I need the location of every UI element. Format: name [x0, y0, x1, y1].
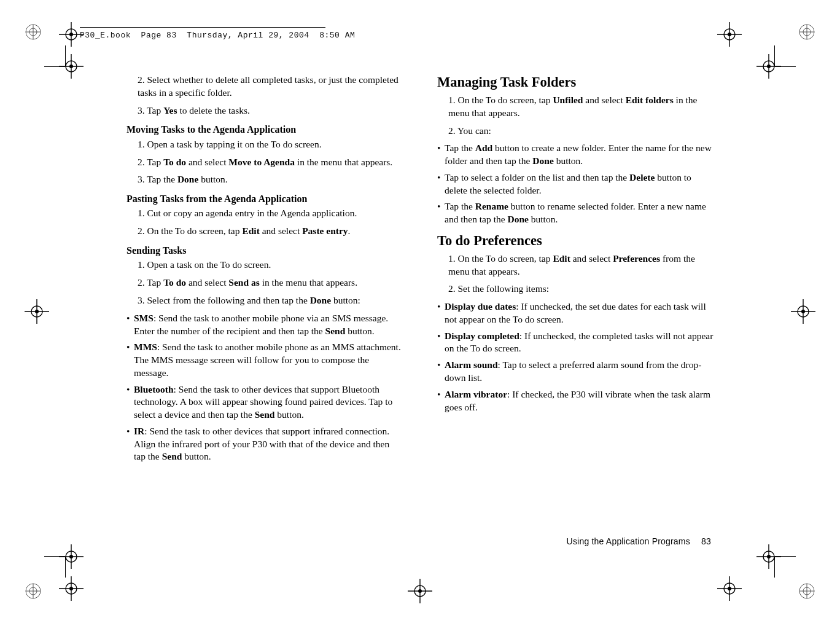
inline-bold: Display due dates: [445, 301, 516, 312]
body-text: Tap to select a folder on the list and t…: [445, 172, 629, 182]
registration-rosette-icon: [798, 23, 815, 41]
body-text: button.: [554, 155, 583, 166]
inline-bold: Paste entry: [302, 225, 348, 236]
svg-point-2: [799, 25, 814, 39]
svg-point-10: [66, 61, 77, 72]
svg-point-29: [728, 587, 731, 590]
body-text: 1. Open a task by tapping it on the To d…: [138, 139, 322, 149]
step-move-1: 1. Open a task by tapping it on the To d…: [126, 138, 403, 151]
crosshair-icon: [717, 576, 742, 601]
bullet-display-due-dates: Display due dates: If unchecked, the set…: [437, 300, 714, 326]
bullet-alarm-sound: Alarm sound: Tap to select a preferred a…: [437, 359, 714, 385]
body-text: 1. Cut or copy an agenda entry in the Ag…: [138, 208, 357, 218]
svg-point-7: [803, 587, 811, 595]
footer-section: Using the Application Programs: [567, 536, 690, 546]
inline-bold: IR: [134, 426, 144, 436]
body-text: Tap the: [445, 143, 475, 153]
body-text: 2. Tap: [138, 157, 163, 167]
inline-bold: Send: [325, 326, 346, 336]
inline-bold: Move to Agenda: [228, 157, 295, 167]
heading-managing-folders: Managing Task Folders: [437, 74, 714, 90]
svg-point-21: [418, 589, 422, 593]
svg-point-27: [767, 555, 771, 558]
svg-point-6: [799, 584, 814, 598]
svg-point-12: [724, 29, 735, 40]
inline-bold: MMS: [134, 342, 157, 352]
body-text: Tap the: [445, 201, 475, 211]
step-send-3: 3. Select from the following and then ta…: [126, 294, 403, 307]
crosshair-icon: [59, 544, 84, 569]
body-text: and select: [570, 253, 613, 264]
step-folders-2: 2. You can:: [437, 125, 714, 138]
inline-bold: Alarm sound: [445, 359, 498, 370]
svg-point-20: [414, 586, 426, 597]
body-text: 1. Open a task on the To do screen.: [138, 259, 271, 270]
inline-bold: Unfiled: [553, 95, 583, 105]
heading-pasting-tasks: Pasting Tasks from the Agenda Applicatio…: [126, 192, 403, 205]
bullet-display-completed: Display completed: If unchecked, the com…: [437, 330, 714, 356]
crosshair-icon: [717, 22, 742, 47]
svg-point-16: [31, 306, 42, 317]
inline-bold: Edit folders: [626, 95, 674, 105]
page-body: 2. Select whether to delete all complete…: [126, 74, 714, 547]
crosshair-icon: [59, 54, 84, 79]
left-column: 2. Select whether to delete all complete…: [126, 74, 403, 547]
crosshair-icon: [59, 576, 84, 601]
running-header-rule: [80, 27, 325, 28]
body-text: and select: [260, 225, 302, 236]
bullet-sms: SMS: Send the task to another mobile pho…: [126, 312, 403, 338]
svg-point-23: [69, 555, 73, 558]
bullet-delete-folder: Tap to select a folder on the list and t…: [437, 171, 714, 197]
crosshair-icon: [25, 299, 49, 324]
bullet-add-folder: Tap the Add button to create a new folde…: [437, 142, 714, 168]
inline-bold: Send: [162, 451, 182, 461]
svg-point-26: [763, 551, 774, 562]
step-paste-2: 2. On the To do screen, tap Edit and sel…: [126, 225, 403, 238]
svg-point-24: [66, 583, 77, 594]
body-text: 2. On the To do screen, tap: [138, 225, 242, 236]
step-move-3: 3. Tap the Done button.: [126, 173, 403, 186]
heading-sending-tasks: Sending Tasks: [126, 244, 403, 257]
registration-rosette-icon: [798, 582, 815, 600]
body-text: 2. Select whether to delete all complete…: [138, 74, 399, 98]
right-column: Managing Task Folders 1. On the To do sc…: [437, 74, 714, 547]
svg-point-19: [801, 310, 805, 313]
svg-point-1: [29, 28, 37, 36]
step-paste-1: 1. Cut or copy an agenda entry in the Ag…: [126, 207, 403, 220]
step-send-2: 2. Tap To do and select Send as in the m…: [126, 276, 403, 289]
svg-point-25: [69, 587, 73, 590]
svg-point-28: [724, 583, 735, 594]
registration-rosette-icon: [25, 582, 42, 600]
inline-bold: Done: [310, 295, 331, 305]
svg-point-0: [26, 25, 41, 39]
inline-bold: Done: [177, 174, 198, 184]
svg-point-15: [767, 65, 771, 68]
body-text: and select: [186, 157, 228, 167]
inline-bold: Alarm vibrator: [445, 389, 507, 399]
step-delete-2: 2. Select whether to delete all complete…: [126, 74, 403, 100]
inline-bold: Add: [475, 143, 492, 153]
body-text: 2. Tap: [138, 277, 163, 288]
inline-bold: Yes: [163, 105, 177, 116]
body-text: 1. On the To do screen, tap: [448, 95, 553, 105]
inline-bold: SMS: [134, 313, 154, 323]
inline-bold: Display completed: [445, 331, 519, 341]
footer-page-number: 83: [701, 536, 711, 546]
page-footer: Using the Application Programs 83: [567, 536, 711, 546]
body-text: 3. Tap: [138, 105, 163, 116]
body-text: button.: [198, 174, 227, 184]
inline-bold: Send as: [228, 277, 259, 288]
crosshair-icon: [756, 544, 781, 569]
inline-bold: Bluetooth: [134, 384, 174, 394]
svg-point-14: [763, 61, 774, 72]
svg-point-9: [69, 33, 73, 36]
heading-moving-tasks: Moving Tasks to the Agenda Application: [126, 123, 403, 136]
inline-bold: Preferences: [613, 253, 660, 264]
step-delete-3: 3. Tap Yes to delete the tasks.: [126, 104, 403, 117]
inline-bold: Delete: [629, 172, 655, 182]
body-text: button.: [345, 326, 374, 336]
registration-rosette-icon: [25, 23, 42, 41]
inline-bold: Rename: [475, 201, 508, 211]
body-text: in the menu that appears.: [260, 277, 357, 288]
svg-point-3: [803, 28, 811, 36]
